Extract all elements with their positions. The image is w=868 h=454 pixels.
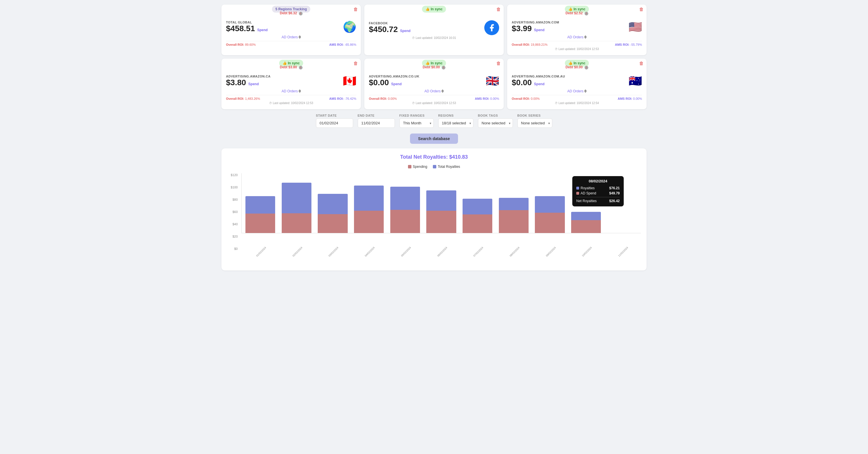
bar-group xyxy=(424,173,459,233)
overall-roi: Overall ROI: 89.60% xyxy=(226,43,256,46)
ad-orders-label: AD Orders xyxy=(282,89,298,93)
card-facebook: 🗑 👍 In sync FACEBOOK $450.72 Spend ⏱ Las… xyxy=(364,5,504,55)
info-icon[interactable]: i xyxy=(299,66,303,69)
info-icon[interactable]: i xyxy=(585,12,588,16)
card-amount: $458.51 xyxy=(226,24,255,33)
search-database-button[interactable]: Search database xyxy=(410,133,458,144)
spending-legend-label: Spending xyxy=(413,165,427,169)
bar-stack xyxy=(463,199,492,233)
regions-select[interactable]: 18/18 selected xyxy=(438,118,473,128)
spending-legend-dot xyxy=(408,165,411,169)
bar-group xyxy=(315,173,350,233)
x-axis-label: 04/02/2024 xyxy=(351,249,386,265)
royalties-bar xyxy=(354,186,384,211)
roi-row: Overall ROI: 1,483.26% AMS ROI: -76.42% xyxy=(226,95,356,100)
y-axis-label: $40 xyxy=(227,222,238,226)
tooltip-adspend-label: AD Spend xyxy=(576,191,596,195)
start-date-input[interactable] xyxy=(316,118,353,128)
bar-stack xyxy=(354,186,384,233)
spend-label: Spend xyxy=(248,82,259,86)
ad-orders-label: AD Orders xyxy=(567,89,584,93)
debt-line: Debt $6.32 i xyxy=(221,11,361,16)
delete-card-button[interactable]: 🗑 xyxy=(639,7,644,12)
delete-card-button[interactable]: 🗑 xyxy=(496,7,501,12)
bar-group xyxy=(496,173,531,233)
debt-line: Debt $0.00 i xyxy=(364,65,504,69)
ams-roi: AMS ROI: -76.42% xyxy=(329,97,356,100)
info-icon[interactable]: i xyxy=(299,12,303,16)
ca-flag-icon: 🇨🇦 xyxy=(343,74,356,87)
spending-bar xyxy=(463,214,492,233)
fixed-ranges-select[interactable]: This Month Last Month This Year xyxy=(399,118,434,128)
us-flag-icon: 🇺🇸 xyxy=(628,21,642,33)
chart-tooltip: 08/02/2024 Royalties $76.21 AD Spend $49… xyxy=(572,176,624,206)
last-updated: ⏱ Last updated: 10/02/2024 12:53 xyxy=(512,48,642,52)
x-axis-label: 10/02/2024 xyxy=(568,249,604,265)
book-series-group: BOOK SERIES None selected xyxy=(518,114,552,128)
delete-card-button[interactable]: 🗑 xyxy=(353,61,358,66)
au-flag-icon: 🇦🇺 xyxy=(628,74,642,87)
card-amount-row: ADVERTISING.AMAZON.CO.UK $0.00 Spend 🇬🇧 xyxy=(369,74,499,87)
card-title: ADVERTISING.AMAZON.COM.AU xyxy=(512,74,565,78)
royalties-bar xyxy=(318,194,347,214)
ad-orders-val: 0 xyxy=(585,89,587,93)
legend-royalties: Total Royalties xyxy=(433,165,460,169)
card-title-amount: FACEBOOK $450.72 Spend xyxy=(369,22,410,34)
book-series-label: BOOK SERIES xyxy=(518,114,552,117)
bar-group xyxy=(279,173,314,233)
debt-line: Debt $3.80 i xyxy=(221,65,361,69)
book-series-select[interactable]: None selected xyxy=(518,118,552,128)
overall-roi: Overall ROI: 19,869.21% xyxy=(512,43,548,46)
tooltip-netroyalties-val: $26.42 xyxy=(609,199,620,203)
bar-group xyxy=(532,173,567,233)
card-amazon-com: 🗑 👍 In sync Debt $2.52 i ADVERTISING.AMA… xyxy=(507,5,647,55)
dashboard: 🗑 5 Regions Tracking Debt $6.32 i TOTAL … xyxy=(217,0,651,275)
card-badge-area: 👍 In sync xyxy=(221,59,361,65)
end-date-label: END DATE xyxy=(358,114,395,117)
card-badge-area: 👍 In sync xyxy=(507,59,647,65)
ad-orders-label: AD Orders xyxy=(567,35,584,39)
card-badge-area: 5 Regions Tracking xyxy=(221,5,361,11)
card-amount: $3.99 xyxy=(512,24,532,33)
last-updated: ⏱ Last updated: 10/02/2024 12:53 xyxy=(226,101,356,107)
end-date-group: END DATE xyxy=(358,114,395,128)
spend-label: Spend xyxy=(534,28,545,32)
card-amount: $3.80 xyxy=(226,78,246,87)
end-date-input[interactable] xyxy=(358,118,395,128)
spending-bar xyxy=(354,211,384,233)
book-tags-select[interactable]: None selected xyxy=(478,118,513,128)
card-amount-row: ADVERTISING.AMAZON.COM $3.99 Spend 🇺🇸 xyxy=(512,21,642,33)
info-icon[interactable]: i xyxy=(442,66,445,69)
book-tags-group: BOOK TAGS None selected xyxy=(478,114,513,128)
overall-roi: Overall ROI: 1,483.26% xyxy=(226,97,260,100)
bar-stack xyxy=(282,183,311,233)
bar-stack xyxy=(535,196,565,233)
info-icon[interactable]: i xyxy=(585,66,588,69)
last-updated: ⏱ Last updated: 10/02/2024 12:53 xyxy=(369,101,499,107)
last-updated: ⏱ Last updated: 10/02/2024 12:54 xyxy=(512,101,642,107)
filters-row: START DATE END DATE FIXED RANGES This Mo… xyxy=(221,114,647,128)
ad-orders-val: 0 xyxy=(299,89,301,93)
royalties-legend-dot xyxy=(433,165,436,169)
ad-orders-val: 0 xyxy=(299,35,301,39)
overall-roi: Overall ROI: 0.00% xyxy=(512,97,540,100)
card-body: FACEBOOK $450.72 Spend ⏱ Last updated: 1… xyxy=(364,17,504,44)
card-amount-row: ADVERTISING.AMAZON.CA $3.80 Spend 🇨🇦 xyxy=(226,74,356,87)
adspend-tooltip-dot xyxy=(576,192,579,195)
y-axis-label: $0 xyxy=(227,247,238,250)
bar-stack xyxy=(318,194,347,233)
tooltip-adspend-val: $49.79 xyxy=(609,191,620,195)
delete-card-button[interactable]: 🗑 xyxy=(639,61,644,66)
royalties-bar xyxy=(426,190,456,211)
card-title-amount: ADVERTISING.AMAZON.CO.UK $0.00 Spend xyxy=(369,74,420,87)
delete-card-button[interactable]: 🗑 xyxy=(496,61,501,66)
card-title-amount: ADVERTISING.AMAZON.COM.AU $0.00 Spend xyxy=(512,74,565,87)
fixed-ranges-group: FIXED RANGES This Month Last Month This … xyxy=(399,114,434,128)
card-amount-row: ADVERTISING.AMAZON.COM.AU $0.00 Spend 🇦🇺 xyxy=(512,74,642,87)
globe-flag-icon: 🌍 xyxy=(343,21,356,33)
delete-card-button[interactable]: 🗑 xyxy=(353,7,358,12)
tooltip-royalties-label: Royalties xyxy=(576,186,595,190)
y-axis-label: $20 xyxy=(227,235,238,238)
book-tags-select-wrapper: None selected xyxy=(478,118,513,128)
chart-section: Total Net Royalties: $410.83 Spending To… xyxy=(221,148,647,270)
